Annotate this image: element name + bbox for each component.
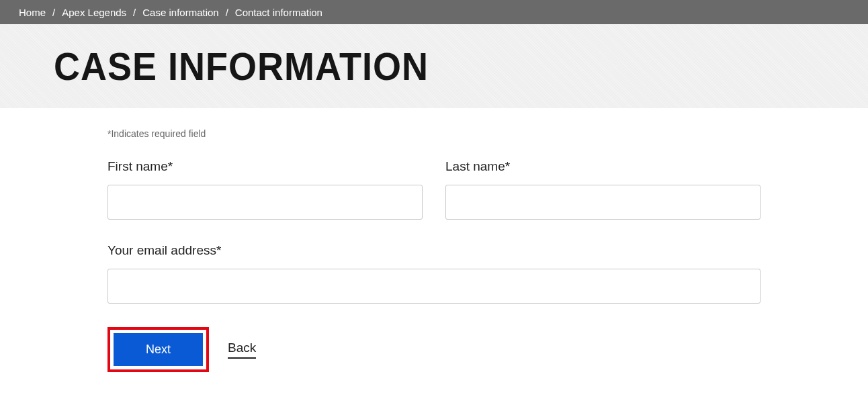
breadcrumb-home[interactable]: Home (19, 7, 46, 18)
email-label: Your email address* (107, 243, 761, 258)
form-row-name: First name* Last name* (107, 159, 761, 220)
next-button-highlight: Next (107, 327, 209, 372)
form-group-last-name: Last name* (445, 159, 761, 220)
next-button[interactable]: Next (114, 333, 203, 366)
form-group-email: Your email address* (107, 243, 761, 304)
first-name-label: First name* (107, 159, 423, 174)
form-group-first-name: First name* (107, 159, 423, 220)
header-band: CASE INFORMATION (0, 24, 868, 108)
breadcrumb-apex-legends[interactable]: Apex Legends (62, 7, 126, 18)
email-field[interactable] (107, 269, 761, 304)
breadcrumb-contact-information[interactable]: Contact information (235, 7, 322, 18)
required-note: *Indicates required field (107, 128, 761, 139)
breadcrumb-sep: / (133, 7, 136, 18)
form-content: *Indicates required field First name* La… (0, 108, 868, 399)
button-row: Next Back (107, 327, 761, 372)
form-row-email: Your email address* (107, 243, 761, 304)
breadcrumb-sep: / (52, 7, 55, 18)
first-name-field[interactable] (107, 185, 423, 220)
page-title: CASE INFORMATION (54, 44, 429, 88)
back-button[interactable]: Back (228, 341, 256, 359)
last-name-field[interactable] (445, 185, 761, 220)
last-name-label: Last name* (445, 159, 761, 174)
breadcrumb-sep: / (226, 7, 228, 18)
breadcrumb: Home / Apex Legends / Case information /… (0, 0, 868, 24)
breadcrumb-case-information[interactable]: Case information (142, 7, 218, 18)
